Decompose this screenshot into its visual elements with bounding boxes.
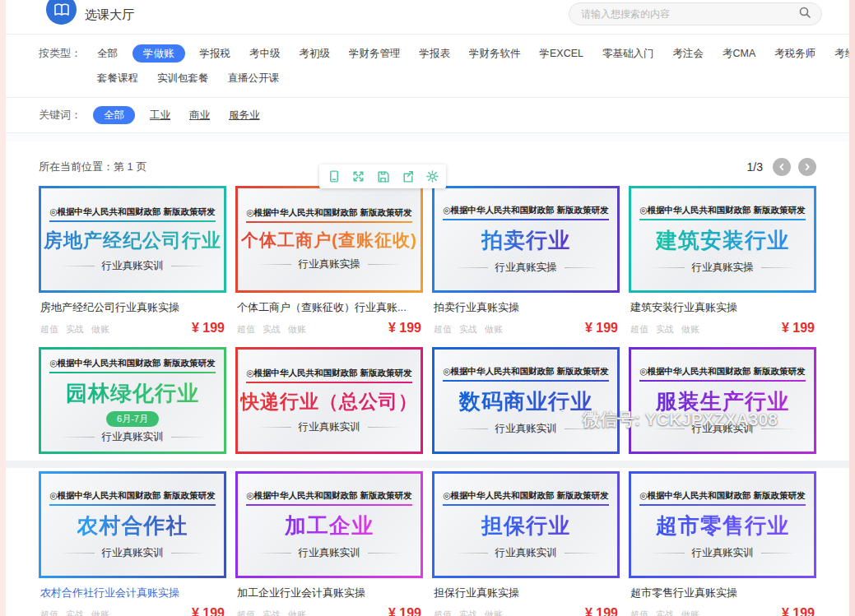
course-tag: 做账 bbox=[681, 609, 699, 616]
search-input[interactable] bbox=[579, 7, 798, 21]
course-card[interactable]: ◎根据中华人民共和国财政部 新版政策研发服装生产行业行业真账实训 bbox=[629, 347, 816, 454]
capture-tool-device-icon[interactable] bbox=[323, 168, 343, 185]
course-title-link[interactable]: 加工企业行业会计真账实操 bbox=[237, 586, 421, 600]
type-option-考CMA[interactable]: 考CMA bbox=[718, 44, 760, 63]
banner-note: ◎根据中华人民共和国财政部 新版政策研发 bbox=[246, 368, 411, 382]
course-title-link[interactable]: 个体工商户（查账征收）行业真账... bbox=[237, 300, 421, 315]
search-box bbox=[569, 2, 822, 25]
course-title-link[interactable]: 担保行业真账实操 bbox=[434, 586, 618, 600]
course-banner: ◎根据中华人民共和国财政部 新版政策研发房地产经纪公司行业行业真账实训 bbox=[39, 186, 226, 293]
course-banner: ◎根据中华人民共和国财政部 新版政策研发加工企业行业真账实训 bbox=[235, 471, 423, 578]
type-option-套餐课程[interactable]: 套餐课程 bbox=[93, 69, 142, 87]
capture-tool-save-icon[interactable] bbox=[373, 168, 393, 185]
type-option-考税务师[interactable]: 考税务师 bbox=[770, 44, 820, 63]
course-card-footer: 农村合作社行业会计真账实操超值实战做账¥ 199 bbox=[39, 578, 226, 616]
type-option-直播公开课[interactable]: 直播公开课 bbox=[224, 69, 284, 87]
course-tag: 做账 bbox=[91, 323, 109, 336]
capture-tool-export-icon[interactable] bbox=[397, 168, 417, 185]
pagination: 1/3 bbox=[747, 158, 816, 176]
chevron-right-icon bbox=[803, 163, 811, 171]
type-option-学做账[interactable]: 学做账 bbox=[132, 44, 185, 63]
type-option-学财务软件[interactable]: 学财务软件 bbox=[465, 44, 525, 63]
type-option-学财务管理[interactable]: 学财务管理 bbox=[345, 44, 405, 63]
banner-note: ◎根据中华人民共和国财政部 新版政策研发 bbox=[443, 205, 608, 219]
type-option-考中级[interactable]: 考中级 bbox=[245, 44, 285, 63]
type-option-学报表[interactable]: 学报表 bbox=[416, 44, 455, 63]
banner-note-underline bbox=[443, 504, 608, 506]
course-price: ¥ 199 bbox=[388, 321, 421, 336]
banner-subtitle: 行业真账实训 bbox=[453, 546, 599, 560]
course-tag: 做账 bbox=[485, 609, 503, 616]
type-option-row: 全部学做账学报税考中级考初级学财务管理学报表学财务软件学EXCEL零基础入门考注… bbox=[93, 44, 855, 63]
course-card[interactable]: ◎根据中华人民共和国财政部 新版政策研发园林绿化行业6月-7月行业真账实训 bbox=[39, 347, 226, 454]
banner-title: 服装生产行业 bbox=[656, 387, 789, 416]
search-icon[interactable] bbox=[798, 6, 811, 22]
chevron-left-icon bbox=[778, 163, 786, 171]
keyword-option-工业[interactable]: 工业 bbox=[146, 106, 174, 124]
type-option-实训包套餐[interactable]: 实训包套餐 bbox=[153, 69, 213, 87]
course-title-link[interactable]: 农村合作社行业会计真账实操 bbox=[40, 586, 225, 600]
course-tag: 做账 bbox=[288, 323, 306, 336]
page-header: 选课大厅 bbox=[0, 0, 855, 35]
pager-next-button[interactable] bbox=[798, 158, 816, 176]
type-option-考初级[interactable]: 考初级 bbox=[295, 44, 335, 63]
banner-subtitle: 行业真账实操 bbox=[453, 261, 599, 275]
course-banner: ◎根据中华人民共和国财政部 新版政策研发担保行业行业真账实训 bbox=[432, 471, 620, 578]
course-banner: ◎根据中华人民共和国财政部 新版政策研发个体工商户(查账征收)行业真账实操 bbox=[235, 186, 423, 293]
keyword-option-row: 全部工业商业服务业 bbox=[93, 106, 264, 124]
banner-title: 建筑安装行业 bbox=[656, 226, 789, 255]
course-card[interactable]: ◎根据中华人民共和国财政部 新版政策研发超市零售行业行业真账实训超市零售行业真账… bbox=[629, 471, 816, 616]
page-indicator: 1/3 bbox=[747, 160, 763, 174]
banner-note-underline bbox=[49, 372, 215, 373]
device-icon bbox=[327, 169, 341, 183]
course-tag: 做账 bbox=[288, 609, 306, 616]
banner-subtitle: 行业真账实操 bbox=[257, 257, 402, 271]
course-tag: 实战 bbox=[459, 609, 477, 616]
keyword-option-全部[interactable]: 全部 bbox=[93, 106, 135, 124]
capture-tool-settings-icon[interactable] bbox=[422, 168, 442, 185]
course-card[interactable]: ◎根据中华人民共和国财政部 新版政策研发农村合作社行业真账实训农村合作社行业会计… bbox=[39, 471, 226, 616]
course-row: ◎根据中华人民共和国财政部 新版政策研发园林绿化行业6月-7月行业真账实训◎根据… bbox=[39, 347, 816, 454]
course-card[interactable]: ◎根据中华人民共和国财政部 新版政策研发拍卖行业行业真账实操拍卖行业真账实操超值… bbox=[432, 186, 620, 336]
keyword-option-服务业[interactable]: 服务业 bbox=[225, 106, 264, 124]
course-card[interactable]: ◎根据中华人民共和国财政部 新版政策研发数码商业行业行业真账实训 bbox=[432, 347, 620, 454]
capture-tool-expand-icon[interactable] bbox=[348, 168, 368, 185]
type-option-学EXCEL[interactable]: 学EXCEL bbox=[536, 44, 588, 63]
course-card-footer: 拍卖行业真账实操超值实战做账¥ 199 bbox=[432, 293, 620, 336]
course-card[interactable]: ◎根据中华人民共和国财政部 新版政策研发担保行业行业真账实训担保行业真账实操超值… bbox=[432, 471, 620, 616]
type-option-全部[interactable]: 全部 bbox=[93, 44, 122, 63]
banner-title: 拍卖行业 bbox=[481, 226, 570, 255]
banner-note-underline bbox=[639, 380, 805, 382]
course-title-link[interactable]: 拍卖行业真账实操 bbox=[434, 300, 618, 315]
course-title-link[interactable]: 超市零售行业真账实操 bbox=[630, 586, 815, 600]
type-option-零基础入门[interactable]: 零基础入门 bbox=[598, 44, 658, 63]
course-card[interactable]: ◎根据中华人民共和国财政部 新版政策研发房地产经纪公司行业行业真账实训房地产经纪… bbox=[39, 186, 226, 336]
course-card-footer: 加工企业行业会计真账实操超值实战做账¥ 199 bbox=[235, 578, 423, 616]
course-card[interactable]: ◎根据中华人民共和国财政部 新版政策研发快递行业（总公司）行业真账实训 bbox=[235, 347, 423, 454]
type-option-学报税[interactable]: 学报税 bbox=[196, 44, 235, 63]
course-card-footer: 房地产经纪公司行业真账实操超值实战做账¥ 199 bbox=[39, 293, 226, 336]
banner-title: 数码商业行业 bbox=[459, 387, 592, 416]
course-tag: 实战 bbox=[66, 323, 84, 336]
course-tag: 实战 bbox=[66, 609, 84, 616]
type-option-考注会[interactable]: 考注会 bbox=[669, 44, 709, 63]
course-tag: 实战 bbox=[459, 323, 477, 336]
pager-prev-button[interactable] bbox=[773, 158, 791, 176]
banner-title: 加工企业 bbox=[285, 512, 374, 540]
course-card[interactable]: ◎根据中华人民共和国财政部 新版政策研发建筑安装行业行业真账实操建筑安装行业真账… bbox=[629, 186, 816, 336]
course-card[interactable]: ◎根据中华人民共和国财政部 新版政策研发加工企业行业真账实训加工企业行业会计真账… bbox=[235, 471, 423, 616]
keyword-option-商业[interactable]: 商业 bbox=[185, 106, 214, 124]
course-banner: ◎根据中华人民共和国财政部 新版政策研发超市零售行业行业真账实训 bbox=[629, 471, 816, 578]
course-tag: 超值 bbox=[434, 323, 452, 336]
course-grid: ◎根据中华人民共和国财政部 新版政策研发房地产经纪公司行业行业真账实训房地产经纪… bbox=[39, 186, 816, 616]
course-title-link[interactable]: 房地产经纪公司行业真账实操 bbox=[40, 300, 225, 315]
course-title-link[interactable]: 建筑安装行业真账实操 bbox=[630, 300, 815, 315]
banner-title: 园林绿化行业 bbox=[66, 379, 199, 408]
course-banner: ◎根据中华人民共和国财政部 新版政策研发园林绿化行业6月-7月行业真账实训 bbox=[39, 347, 226, 454]
course-tag: 实战 bbox=[263, 609, 281, 616]
course-tags: 超值实战做账 bbox=[40, 609, 109, 616]
filter-keyword-section: 关键词： 全部工业商业服务业 bbox=[0, 98, 855, 133]
banner-note-underline bbox=[246, 504, 411, 506]
course-card[interactable]: ◎根据中华人民共和国财政部 新版政策研发个体工商户(查账征收)行业真账实操个体工… bbox=[235, 186, 423, 336]
course-tags: 超值实战做账 bbox=[237, 609, 306, 616]
